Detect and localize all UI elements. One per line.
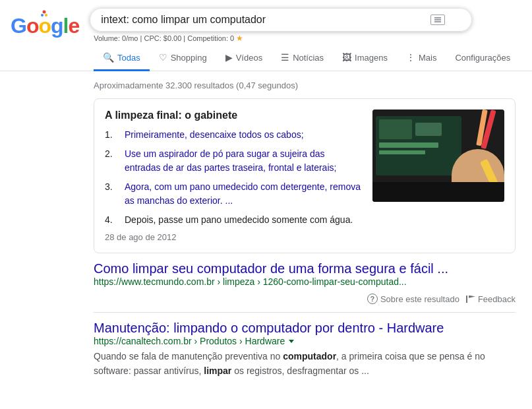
tab-mais-label: Mais: [419, 53, 436, 63]
result-meta: ? Sobre este resultado Feedback: [94, 290, 516, 309]
about-result-label: Sobre este resultado: [380, 294, 459, 304]
snippet-step-2-text: Use um aspirador de pó para sugar a suje…: [125, 148, 336, 173]
feedback-label: Feedback: [478, 294, 516, 304]
tab-shopping-label: Shopping: [171, 53, 207, 63]
dropdown-arrow-icon[interactable]: [289, 340, 294, 343]
feedback-link[interactable]: Feedback: [466, 294, 516, 304]
logo-letter-o2: o: [38, 15, 51, 36]
shopping-tab-icon: ♡: [159, 52, 167, 63]
videos-tab-icon: ▶: [225, 52, 233, 63]
logo-letter-g2: g: [51, 14, 63, 38]
search-bar[interactable]: [90, 8, 472, 32]
snippet-step-1-text: Primeiramente, desencaixe todos os cabos…: [125, 129, 304, 140]
tab-noticias-label: Notícias: [293, 53, 324, 63]
imagens-tab-icon: 🖼: [342, 52, 351, 63]
snippet-date: 28 de ago de 2012: [105, 232, 362, 242]
search-bar-wrapper: Volume: 0/mo | CPC: $0.00 | Competition:…: [90, 8, 472, 43]
tab-configuracoes-label: Configurações: [455, 53, 510, 63]
snippet-step-4-text: Depois, passe um pano umedecido somente …: [125, 213, 353, 227]
featured-snippet: A limpeza final: o gabinete Primeirament…: [94, 98, 516, 253]
snippet-step-1: Primeiramente, desencaixe todos os cabos…: [105, 128, 362, 142]
tab-todas-label: Todas: [117, 53, 140, 63]
snippet-step-2: Use um aspirador de pó para sugar a suje…: [105, 147, 362, 175]
second-result-title[interactable]: Manutenção: limpando o computador por de…: [94, 321, 516, 336]
snippet-step-3: Agora, com um pano umedecido com deterge…: [105, 180, 362, 208]
logo-letter-e: e: [68, 14, 79, 38]
volume-info: Volume: 0/mo | CPC: $0.00 | Competition:…: [90, 32, 472, 43]
tab-todas[interactable]: 🔍 Todas: [94, 46, 150, 71]
snippet-step-3-text: Agora, com um pano umedecido com deterge…: [125, 181, 361, 206]
second-result-link[interactable]: Manutenção: limpando o computador por de…: [94, 321, 444, 335]
header: Google: [0, 0, 532, 43]
search-icons: [430, 15, 461, 25]
second-result-url: https://canaltech.com.br › Produtos › Ha…: [94, 336, 516, 346]
tab-noticias[interactable]: ☰ Notícias: [272, 46, 333, 71]
search-input[interactable]: [101, 14, 424, 26]
tab-mais[interactable]: ⋮ Mais: [397, 46, 446, 71]
google-logo: Google: [11, 15, 79, 36]
nav-tabs: 🔍 Todas ♡ Shopping ▶ Vídeos ☰ Notícias 🖼…: [0, 43, 532, 71]
snippet-list: Primeiramente, desencaixe todos os cabos…: [105, 128, 362, 227]
tab-shopping[interactable]: ♡ Shopping: [150, 46, 216, 71]
star-icon: ★: [236, 34, 243, 43]
tab-imagens[interactable]: 🖼 Imagens: [333, 46, 397, 71]
snippet-step-4: Depois, passe um pano umedecido somente …: [105, 213, 362, 227]
second-result: Manutenção: limpando o computador por de…: [94, 321, 516, 378]
tab-configuracoes[interactable]: Configurações: [446, 46, 519, 71]
first-result-title[interactable]: Como limpar seu computador de uma forma …: [94, 261, 516, 276]
noticias-tab-icon: ☰: [281, 52, 289, 63]
result-count: Aproximadamente 32.300 resultados (0,47 …: [94, 77, 532, 98]
first-result: Como limpar seu computador de uma forma …: [94, 261, 516, 287]
first-result-link[interactable]: Como limpar seu computador de uma forma …: [94, 261, 448, 276]
snippet-image: [372, 110, 504, 202]
second-result-url-text: https://canaltech.com.br › Produtos › Ha…: [94, 336, 285, 346]
logo-letter-o1: o: [26, 14, 39, 38]
feedback-flag-icon: [466, 296, 475, 303]
mais-tab-icon: ⋮: [406, 52, 415, 63]
about-icon: ?: [367, 294, 378, 304]
second-result-snippet: Quando se fala de manutenção preventiva …: [94, 349, 516, 378]
keyboard-icon[interactable]: [430, 15, 445, 25]
snippet-title: A limpeza final: o gabinete: [105, 110, 362, 121]
first-result-url: https://www.tecmundo.com.br › limpeza › …: [94, 276, 516, 287]
search-tab-icon: 🔍: [103, 52, 114, 63]
tab-videos-label: Vídeos: [236, 53, 262, 63]
snippet-content: A limpeza final: o gabinete Primeirament…: [105, 110, 362, 242]
about-result-link[interactable]: ? Sobre este resultado: [367, 294, 459, 304]
tab-imagens-label: Imagens: [355, 53, 388, 63]
logo-letter-g: G: [11, 14, 26, 38]
results-area: Aproximadamente 32.300 resultados (0,47 …: [0, 71, 532, 383]
divider: [94, 312, 516, 313]
tab-videos[interactable]: ▶ Vídeos: [216, 46, 272, 71]
